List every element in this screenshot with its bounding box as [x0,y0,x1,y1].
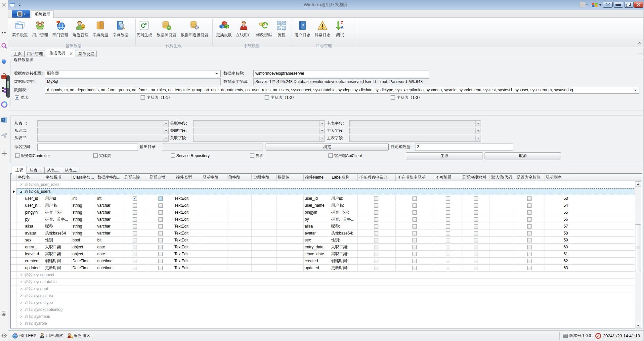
svg-text:#: # [145,22,147,26]
svg-text:Z: Z [341,21,343,25]
svg-text:A: A [341,25,344,30]
svg-text:?: ? [302,23,304,28]
